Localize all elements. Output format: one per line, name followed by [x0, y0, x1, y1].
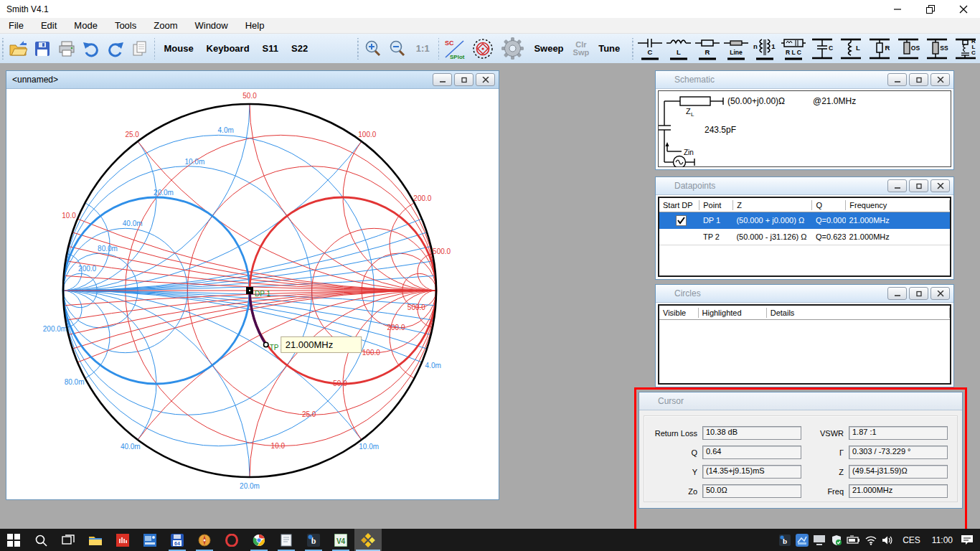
- notepad-taskbar-icon[interactable]: [273, 529, 300, 551]
- component-line-button[interactable]: Line: [722, 36, 750, 62]
- restore-icon[interactable]: [909, 179, 928, 192]
- chrome-taskbar-icon[interactable]: [245, 529, 273, 551]
- column-header-z[interactable]: Z: [733, 200, 812, 210]
- shield-tray-icon[interactable]: [828, 534, 845, 547]
- restore-icon[interactable]: [909, 73, 928, 86]
- taskview-taskbar-icon[interactable]: [55, 529, 82, 551]
- component-rlc-shunt-button[interactable]: RLC: [951, 36, 980, 62]
- component-stub-open-button[interactable]: OS: [894, 36, 923, 62]
- close-icon[interactable]: [476, 73, 495, 86]
- print-icon[interactable]: [56, 38, 77, 60]
- component-series-l-button[interactable]: L: [664, 36, 693, 62]
- floppy64-taskbar-icon[interactable]: 64: [164, 529, 191, 551]
- mode-button-keyboard[interactable]: Keyboard: [200, 43, 256, 54]
- close-icon[interactable]: [930, 73, 950, 86]
- notification-center-icon[interactable]: [958, 534, 976, 546]
- photos-taskbar-icon[interactable]: [136, 529, 164, 551]
- gear-icon[interactable]: [499, 38, 526, 60]
- minimize-icon[interactable]: [881, 0, 914, 18]
- clear-sweep-button[interactable]: Clr Swp: [570, 41, 593, 57]
- monitor-tray-icon[interactable]: [811, 534, 828, 547]
- menu-item-window[interactable]: Window: [186, 19, 236, 32]
- wifi-tray-icon[interactable]: [862, 534, 880, 547]
- splot-icon[interactable]: SC SPlot: [443, 38, 467, 60]
- speaker-tray-icon[interactable]: [880, 534, 897, 547]
- tune-button[interactable]: Tune: [592, 43, 626, 54]
- menu-item-tools[interactable]: Tools: [106, 19, 145, 32]
- cursor-value-left-0[interactable]: 10.38 dB: [702, 426, 801, 440]
- minimize-icon[interactable]: [887, 179, 907, 192]
- component-series-c-button[interactable]: C: [636, 36, 664, 62]
- restore-icon[interactable]: [454, 73, 473, 86]
- sweep-button[interactable]: Sweep: [527, 43, 570, 54]
- open-folder-icon[interactable]: [7, 38, 29, 60]
- cursor-value-right-3[interactable]: 21.000MHz: [849, 484, 948, 498]
- component-shunt-r-button[interactable]: R: [865, 36, 894, 62]
- cursor-value-left-3[interactable]: 50.0Ω: [702, 484, 801, 498]
- menu-item-edit[interactable]: Edit: [32, 19, 65, 32]
- datapoint-row[interactable]: TP 2(50.000 - j31.126) ΩQ=0.62321.000MHz: [659, 229, 950, 245]
- column-header-point[interactable]: Point: [699, 200, 733, 210]
- chart-window-titlebar[interactable]: <unnamed>: [6, 71, 499, 89]
- smith-chart-canvas[interactable]: 10.025.050.0100.0200.0500.010.025.050.01…: [6, 89, 497, 499]
- marker-tp2[interactable]: [264, 342, 268, 347]
- column-header-frequency[interactable]: Frequency: [846, 200, 950, 210]
- cursor-value-right-0[interactable]: 1.87 :1: [849, 426, 948, 440]
- component-stub-short-button[interactable]: SS: [923, 36, 951, 62]
- smith-chart[interactable]: 10.025.050.0100.0200.0500.010.025.050.01…: [6, 89, 497, 499]
- close-icon[interactable]: [930, 179, 950, 192]
- explorer-taskbar-icon[interactable]: [82, 529, 109, 551]
- red-app-taskbar-icon[interactable]: [109, 529, 136, 551]
- clock[interactable]: 11:00: [926, 535, 958, 545]
- datapoint-row[interactable]: DP 1(50.000 + j0.000) ΩQ=0.00021.000MHz: [659, 212, 950, 229]
- close-icon[interactable]: [947, 0, 980, 18]
- column-header-highlighted[interactable]: Highlighted: [699, 308, 767, 318]
- schematic-titlebar[interactable]: Schematic: [656, 71, 953, 89]
- menu-item-help[interactable]: Help: [237, 19, 273, 32]
- compass-taskbar-icon[interactable]: [191, 529, 218, 551]
- minimize-icon[interactable]: [887, 287, 907, 300]
- component-series-r-button[interactable]: R: [693, 36, 722, 62]
- battery-tray-icon[interactable]: [845, 534, 862, 547]
- restore-icon[interactable]: [909, 287, 928, 300]
- component-shunt-c-button[interactable]: C: [808, 36, 837, 62]
- language-indicator[interactable]: CES: [897, 535, 926, 545]
- bclock-tray-icon[interactable]: b: [776, 534, 793, 547]
- smith-taskbar-icon[interactable]: [354, 529, 382, 551]
- blueapp-tray-icon[interactable]: [793, 534, 811, 547]
- circles-titlebar[interactable]: Circles: [656, 285, 953, 303]
- mode-button-mouse[interactable]: Mouse: [157, 43, 199, 54]
- column-header-start-dp[interactable]: Start DP: [659, 200, 699, 210]
- circles-tool-icon[interactable]: [470, 38, 496, 60]
- save-icon[interactable]: [32, 38, 53, 60]
- menu-item-file[interactable]: File: [0, 19, 32, 32]
- zoom-ratio-button[interactable]: 1:1: [410, 43, 436, 54]
- menu-item-zoom[interactable]: Zoom: [145, 19, 186, 32]
- start-taskbar-icon[interactable]: [0, 529, 27, 551]
- search-taskbar-icon[interactable]: [27, 529, 55, 551]
- start-dp-checkbox[interactable]: [676, 215, 687, 226]
- column-header-q[interactable]: Q: [812, 200, 846, 210]
- bclock-taskbar-icon[interactable]: b: [300, 529, 327, 551]
- component-rlc-series-button[interactable]: R L C: [779, 36, 808, 62]
- redo-icon[interactable]: [105, 38, 126, 60]
- menu-item-mode[interactable]: Mode: [65, 19, 106, 32]
- opera-taskbar-icon[interactable]: [218, 529, 245, 551]
- component-transformer-button[interactable]: n1: [750, 36, 779, 62]
- mode-button-s11[interactable]: S11: [256, 43, 285, 54]
- close-icon[interactable]: [930, 287, 950, 300]
- zoom-in-icon[interactable]: [362, 38, 384, 60]
- component-shunt-l-button[interactable]: L: [837, 36, 865, 62]
- column-header-details[interactable]: Details: [767, 308, 950, 318]
- schematic-drawing[interactable]: Z L (50.00+j0.00)Ω @21.0MHz 243.5pF Zin: [658, 90, 951, 167]
- v4-taskbar-icon[interactable]: V4: [327, 529, 354, 551]
- undo-icon[interactable]: [80, 38, 102, 60]
- datapoints-titlebar[interactable]: Datapoints: [656, 177, 953, 195]
- copy-icon[interactable]: [129, 38, 151, 60]
- zoom-out-icon[interactable]: [387, 38, 408, 60]
- cursor-value-right-1[interactable]: 0.303 / -73.229 °: [849, 446, 948, 459]
- minimize-icon[interactable]: [433, 73, 452, 86]
- minimize-icon[interactable]: [887, 73, 907, 86]
- cursor-titlebar[interactable]: Cursor: [639, 392, 962, 410]
- column-header-visible[interactable]: Visible: [659, 308, 699, 318]
